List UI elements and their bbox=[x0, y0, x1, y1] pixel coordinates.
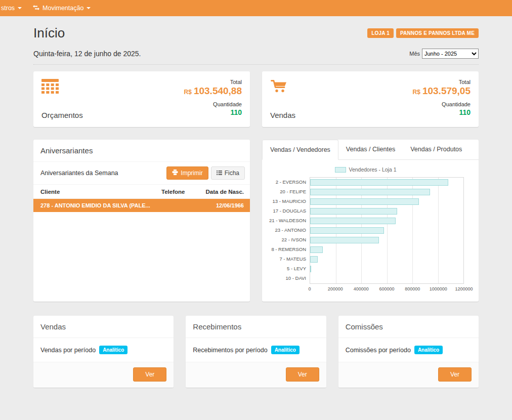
bar[interactable] bbox=[310, 189, 430, 195]
bar-row bbox=[310, 226, 463, 235]
column-header: Telefone bbox=[161, 189, 202, 195]
bottom-card-footer: Ver bbox=[338, 362, 479, 388]
chart-y-labels: 2 - EVERSON20 - FELIPE13 - MAURICIO17 - … bbox=[267, 177, 310, 284]
header-badge: PANNOS E PANNOS LTDA ME bbox=[396, 28, 479, 38]
cell-cliente: 278 - ANTONIO EMIDIO DA SILVA (PALE... bbox=[33, 202, 161, 208]
bar[interactable] bbox=[310, 237, 379, 243]
ficha-button[interactable]: Ficha bbox=[211, 166, 245, 180]
bar[interactable] bbox=[310, 227, 384, 234]
x-tick: 600000 bbox=[379, 286, 394, 291]
y-label: 2 - EVERSON bbox=[267, 177, 310, 187]
separator bbox=[33, 64, 479, 65]
y-label: 17 - DOUGLAS bbox=[267, 206, 310, 216]
birthdays-table: ClienteTelefoneData de Nasc.278 - ANTONI… bbox=[33, 185, 250, 212]
bar[interactable] bbox=[310, 256, 318, 263]
analitico-badge: Analítico bbox=[99, 346, 127, 354]
bar[interactable] bbox=[310, 246, 323, 253]
month-label: Mês bbox=[409, 51, 420, 57]
bar[interactable] bbox=[310, 198, 419, 205]
birthdays-card-title: Aniversariantes bbox=[33, 140, 250, 162]
bar[interactable] bbox=[310, 179, 448, 186]
bar-row bbox=[310, 235, 463, 245]
bar-row bbox=[310, 206, 463, 216]
quantity-label: Quantidade bbox=[413, 101, 471, 107]
bar-row bbox=[310, 187, 463, 197]
tab-vendas-clientes[interactable]: Vendas / Clientes bbox=[338, 140, 403, 159]
nav-item-cadastros[interactable]: stros bbox=[0, 0, 27, 16]
chevron-down-icon bbox=[87, 7, 91, 9]
page-title: Início bbox=[33, 25, 65, 41]
vendas-summary-card: Vendas Total R$103.579,05 Quantidade 110 bbox=[262, 71, 479, 127]
print-button[interactable]: Imprimir bbox=[166, 166, 208, 180]
bar-row bbox=[310, 197, 463, 206]
table-header-row: ClienteTelefoneData de Nasc. bbox=[33, 185, 250, 199]
month-select[interactable]: Junho - 2025 bbox=[422, 49, 479, 59]
main-content: Início LOJA 1PANNOS E PANNOS LTDA ME Qui… bbox=[0, 25, 512, 388]
ver-button[interactable]: Ver bbox=[286, 367, 319, 382]
y-label: 10 - DAVI bbox=[267, 273, 310, 283]
bottom-card-text: Comissões por período bbox=[346, 347, 411, 354]
summary-card-label: Orçamentos bbox=[41, 111, 83, 119]
analitico-badge: Analítico bbox=[414, 346, 443, 354]
print-button-label: Imprimir bbox=[181, 170, 202, 177]
nav-item-label: stros bbox=[1, 5, 15, 12]
header-badges: LOJA 1PANNOS E PANNOS LTDA ME bbox=[367, 28, 479, 38]
bottom-card-title: Vendas bbox=[33, 316, 174, 338]
bottom-card-vendas: VendasVendas por períodoAnalíticoVer bbox=[33, 316, 174, 388]
chart-plot-area bbox=[310, 177, 464, 284]
analitico-badge: Analítico bbox=[271, 346, 300, 354]
birthdays-card: Aniversariantes Aniversariantes da Seman… bbox=[33, 140, 250, 302]
bar-row bbox=[310, 274, 463, 283]
swap-icon bbox=[33, 5, 39, 12]
bar-row bbox=[310, 216, 463, 226]
column-header: Cliente bbox=[33, 189, 161, 195]
bar-row bbox=[310, 264, 463, 274]
nav-item-movimentacao[interactable]: Movimentação bbox=[27, 0, 96, 16]
x-tick: 1000000 bbox=[430, 286, 447, 291]
orcamentos-summary-card: Orçamentos Total R$103.540,88 Quantidade… bbox=[33, 71, 250, 127]
cart-icon bbox=[270, 79, 295, 95]
bottom-card-text: Recebimentos por período bbox=[193, 347, 267, 354]
total-value: R$103.579,05 bbox=[413, 86, 471, 97]
bottom-card-footer: Ver bbox=[186, 362, 326, 388]
bar[interactable] bbox=[310, 208, 397, 215]
quantity-value: 110 bbox=[413, 108, 471, 116]
printer-icon bbox=[172, 170, 178, 177]
sales-chart: Vendedores - Loja 1 2 - EVERSON20 - FELI… bbox=[262, 160, 479, 300]
x-tick: 1200000 bbox=[455, 286, 473, 291]
total-value: R$103.540,88 bbox=[184, 86, 242, 97]
date-text: Quinta-feira, 12 de junho de 2025. bbox=[33, 50, 141, 58]
header-badge: LOJA 1 bbox=[367, 28, 394, 38]
ver-button[interactable]: Ver bbox=[133, 367, 166, 382]
legend-label: Vendedores - Loja 1 bbox=[349, 166, 397, 173]
tab-vendas-produtos[interactable]: Vendas / Produtos bbox=[403, 140, 470, 159]
chevron-down-icon bbox=[18, 7, 22, 9]
bar-row bbox=[310, 255, 463, 264]
chart-x-axis: 020000040000060000080000010000001200000 bbox=[310, 286, 464, 292]
bottom-card-title: Recebimentos bbox=[186, 316, 326, 338]
ver-button[interactable]: Ver bbox=[438, 367, 472, 382]
bottom-card-title: Comissões bbox=[338, 316, 479, 338]
quantity-label: Quantidade bbox=[184, 101, 242, 107]
y-label: 20 - FELIPE bbox=[267, 187, 310, 196]
column-header: Data de Nasc. bbox=[202, 189, 250, 195]
y-label: 21 - WALDESON bbox=[267, 216, 310, 225]
table-row[interactable]: 278 - ANTONIO EMIDIO DA SILVA (PALE...12… bbox=[33, 199, 250, 212]
x-tick: 200000 bbox=[328, 286, 343, 291]
quantity-value: 110 bbox=[184, 108, 242, 116]
bar[interactable] bbox=[310, 218, 396, 224]
legend-swatch bbox=[335, 167, 346, 173]
y-label: 7 - MATEUS bbox=[267, 254, 310, 264]
y-label: 13 - MAURICIO bbox=[267, 196, 310, 206]
tab-vendas-vendedores[interactable]: Vendas / Vendedores bbox=[262, 140, 338, 160]
sales-panel-card: Vendas / VendedoresVendas / ClientesVend… bbox=[262, 140, 479, 302]
bar[interactable] bbox=[310, 266, 311, 272]
top-navbar: stros Movimentação bbox=[0, 0, 512, 16]
x-tick: 800000 bbox=[405, 286, 420, 291]
cell-data-nascimento: 12/06/1966 bbox=[202, 202, 250, 208]
y-label: 23 - ANTONIO bbox=[267, 225, 310, 235]
total-label: Total bbox=[413, 79, 471, 85]
bar-row bbox=[310, 178, 463, 187]
summary-card-label: Vendas bbox=[270, 111, 295, 119]
bottom-cards-row: VendasVendas por períodoAnalíticoVerRece… bbox=[33, 316, 479, 388]
